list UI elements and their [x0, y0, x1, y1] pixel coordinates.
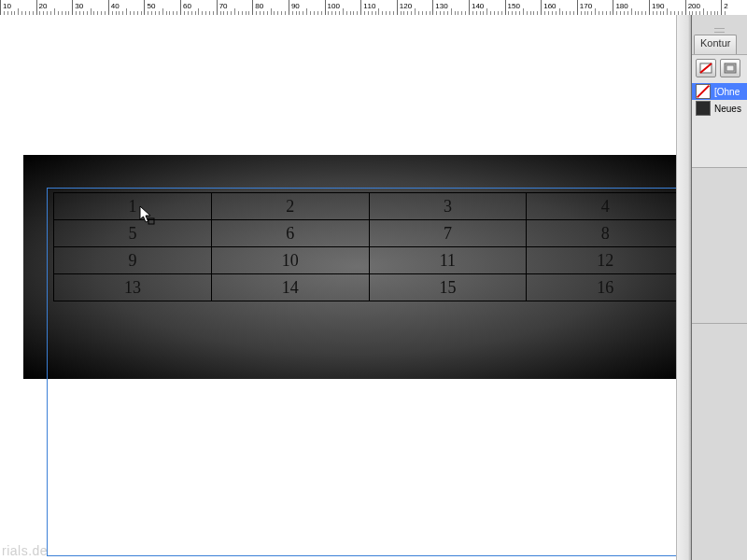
ruler-label: 140	[472, 2, 484, 10]
table-cell[interactable]: 13	[54, 274, 212, 301]
ruler-label: 10	[3, 2, 11, 10]
ruler-label: 130	[435, 2, 447, 10]
ruler-label: 80	[255, 2, 263, 10]
table-row[interactable]: 9101112	[54, 247, 684, 274]
swatch-label: Neues	[714, 104, 741, 114]
table-cell[interactable]: 11	[369, 247, 527, 274]
panel-gripper[interactable]	[694, 28, 745, 32]
table-cell[interactable]: 4	[527, 193, 684, 220]
table-cell[interactable]: 16	[527, 274, 684, 301]
tab-kontur[interactable]: Kontur	[694, 35, 737, 56]
table-row[interactable]: 1234	[54, 193, 684, 220]
ruler-tick	[667, 8, 668, 15]
ruler-tick	[18, 8, 19, 15]
ruler-tick	[703, 8, 704, 15]
table-cell[interactable]: 9	[54, 247, 212, 274]
swatch-icon	[696, 84, 711, 99]
ruler-tick	[343, 8, 344, 15]
watermark: rials.de	[2, 543, 48, 558]
swatch-list-item[interactable]: [Ohne	[692, 83, 747, 100]
panel-body: [OhneNeues	[692, 54, 747, 168]
new-swatch-icon[interactable]	[720, 59, 740, 77]
svg-rect-4	[726, 65, 734, 71]
ruler-mark: 140	[469, 0, 470, 15]
ruler-tick	[595, 8, 596, 15]
panel-divider	[692, 323, 747, 324]
ruler-tick	[234, 8, 235, 15]
ruler-tick	[271, 8, 272, 15]
ruler-tick	[54, 8, 55, 15]
ruler-label: 210	[724, 2, 728, 10]
ruler-tick	[451, 8, 452, 15]
ruler-tick	[306, 8, 307, 15]
swatch-label: [Ohne	[714, 87, 740, 97]
ruler-label: 20	[39, 2, 48, 10]
ruler-tick	[559, 8, 560, 15]
document-canvas[interactable]: 12345678910111213141516	[0, 15, 691, 560]
ruler-tick	[415, 8, 416, 15]
panel-tabs: Kontur	[692, 34, 747, 54]
table-cell[interactable]: 7	[369, 220, 527, 247]
ruler-mark: 20	[36, 0, 37, 15]
ruler-mark: 10	[0, 0, 1, 15]
ruler-label: 50	[147, 2, 155, 10]
ruler-mark: 50	[144, 0, 145, 15]
table-cell[interactable]: 15	[369, 274, 527, 301]
table-row[interactable]: 13141516	[54, 274, 684, 301]
ruler-label: 90	[291, 2, 300, 10]
panel-dock: Kontur [OhneNeues	[691, 15, 747, 560]
ruler-label: 160	[543, 2, 556, 10]
ruler-mark: 170	[577, 0, 578, 15]
ruler-mark: 100	[325, 0, 326, 15]
ruler-tick	[523, 8, 524, 15]
ruler-tick	[378, 8, 379, 15]
table-cell[interactable]: 10	[211, 247, 369, 274]
ruler-label: 190	[652, 2, 664, 10]
ruler-mark: 30	[72, 0, 73, 15]
ruler-mark: 60	[180, 0, 181, 15]
ruler-label: 170	[580, 2, 592, 10]
table-cell[interactable]: 8	[527, 220, 684, 247]
table-cell[interactable]: 6	[211, 220, 369, 247]
no-fill-icon[interactable]	[696, 59, 716, 77]
ruler-mark: 90	[289, 0, 289, 15]
ruler-mark: 70	[217, 0, 218, 15]
ruler-label: 110	[363, 2, 375, 10]
ruler-mark: 40	[108, 0, 109, 15]
ruler-label: 40	[111, 2, 120, 10]
swatch-icon	[696, 101, 711, 116]
ruler-tick	[631, 8, 632, 15]
ruler-mark: 210	[721, 0, 722, 15]
table-cell[interactable]: 14	[211, 274, 369, 301]
ruler-mark: 110	[360, 0, 361, 15]
ruler-label: 60	[183, 2, 191, 10]
table-cell[interactable]: 5	[54, 220, 212, 247]
ruler-mark: 200	[685, 0, 686, 15]
ruler-label: 120	[400, 2, 412, 10]
table-cell[interactable]: 3	[369, 193, 527, 220]
ruler-label: 150	[508, 2, 520, 10]
ruler-tick	[91, 8, 92, 15]
app-root: 1020304050607080901001101201301401501601…	[0, 0, 747, 560]
ruler-mark: 130	[432, 0, 433, 15]
ruler-label: 70	[219, 2, 228, 10]
ruler-label: 100	[328, 2, 340, 10]
ruler-label: 30	[75, 2, 83, 10]
data-table[interactable]: 12345678910111213141516	[53, 192, 684, 301]
ruler-horizontal[interactable]: 1020304050607080901001101201301401501601…	[0, 0, 728, 16]
table-cell[interactable]: 1	[54, 193, 212, 220]
table-row[interactable]: 5678	[54, 220, 684, 247]
ruler-mark: 120	[397, 0, 398, 15]
ruler-mark: 80	[252, 0, 253, 15]
swatch-list-item[interactable]: Neues	[692, 100, 747, 117]
page: 12345678910111213141516	[23, 34, 691, 556]
panel-icon-row	[692, 55, 747, 83]
ruler-label: 200	[688, 2, 700, 10]
ruler-tick	[162, 8, 163, 15]
table-cell[interactable]: 12	[527, 247, 684, 274]
ruler-tick	[486, 8, 487, 15]
table-cell[interactable]: 2	[211, 193, 369, 220]
ruler-mark: 160	[541, 0, 542, 15]
ruler-label: 180	[615, 2, 627, 10]
ruler-mark: 180	[613, 0, 613, 15]
